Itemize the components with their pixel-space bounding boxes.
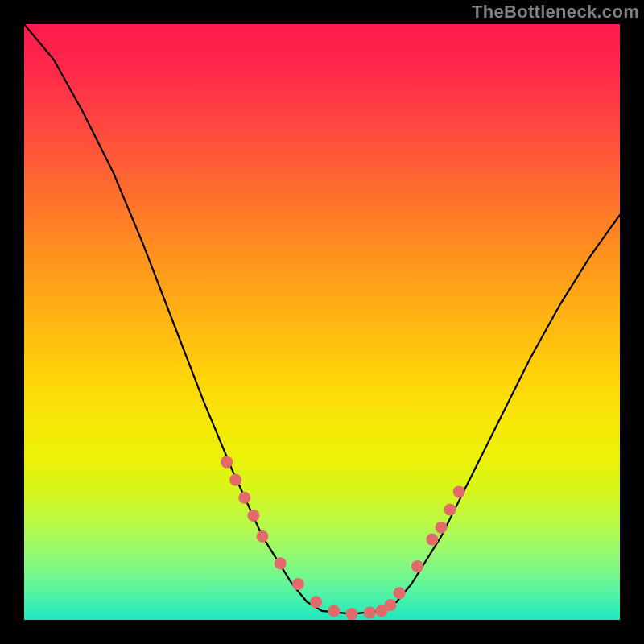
plot-area: [24, 24, 620, 620]
highlight-dot: [436, 522, 448, 534]
highlight-dot: [346, 608, 358, 620]
highlight-dot: [229, 474, 242, 486]
bottleneck-curve: [24, 24, 620, 614]
highlight-dot: [292, 578, 304, 590]
highlight-dot: [310, 596, 322, 608]
highlight-dot: [275, 557, 287, 569]
highlight-dot: [247, 510, 259, 522]
highlight-dot: [364, 607, 376, 619]
highlight-dot: [394, 587, 406, 599]
highlight-dot: [426, 534, 438, 546]
highlight-dot: [238, 492, 250, 504]
highlight-dot: [411, 560, 423, 572]
highlight-dots: [221, 456, 465, 620]
highlight-dot: [444, 504, 456, 516]
highlight-dot: [221, 456, 233, 468]
highlight-dot: [257, 530, 269, 543]
chart-stage: TheBottleneck.com: [0, 0, 644, 644]
curve-svg: [24, 24, 620, 620]
highlight-dot: [385, 599, 397, 611]
watermark-text: TheBottleneck.com: [472, 2, 639, 23]
highlight-dot: [328, 605, 340, 617]
highlight-dot: [453, 485, 465, 497]
